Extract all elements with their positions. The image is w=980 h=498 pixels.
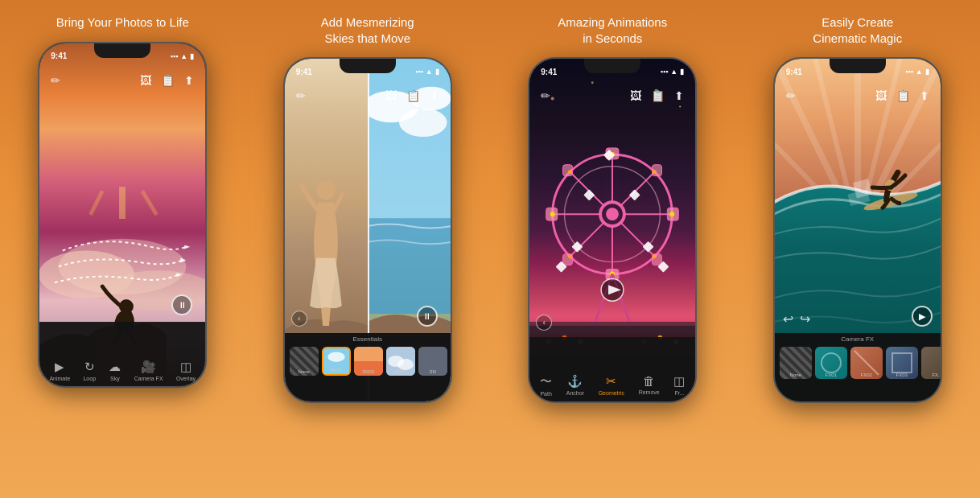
fx-thumb-fx04[interactable]: FX... (921, 347, 941, 379)
toolbar-copy-icon-2[interactable]: 📋 (406, 89, 420, 102)
app-toolbar-4: ✏ 🖼 📋 ⬆ (775, 81, 941, 110)
time-1: 9:41 (51, 51, 67, 60)
nav-arrow-left-2[interactable]: ‹ (291, 311, 307, 327)
fx-thumb-fx02[interactable]: FX02 (850, 347, 883, 379)
panel-animations: Amazing Animationsin Seconds (490, 0, 735, 498)
panel-4-title: Easily CreateCinematic Magic (813, 14, 902, 46)
toolbar-share-icon[interactable]: ⬆ (184, 74, 194, 87)
app-toolbar-2: ✏ 🖼 📋 ⬆ (285, 81, 451, 110)
svg-rect-60 (529, 322, 695, 334)
sky-thumb-sn04[interactable]: SN (418, 347, 447, 376)
tab-loop[interactable]: ↻ Loop (83, 360, 96, 381)
tab-anchor-label: Anchor (566, 390, 584, 396)
anchor-icon: ⚓ (567, 374, 583, 389)
bottom-bar-3: 〜 Path ⚓ Anchor ✂ Geometric 🗑 Remove (529, 337, 695, 401)
wifi-icon-4: ▲ (916, 68, 923, 76)
tab-anchor[interactable]: ⚓ Anchor (566, 374, 584, 397)
tab-geometric[interactable]: ✂ Geometric (599, 374, 624, 397)
toolbar-image-icon-3[interactable]: 🖼 (630, 89, 641, 102)
fx-thumb-fx01[interactable]: FX01 (815, 347, 847, 379)
tab-frame-label: Fr... (674, 390, 684, 396)
toolbar-pen-icon[interactable]: ✏ (51, 74, 60, 87)
svg-rect-16 (368, 218, 451, 314)
toolbar-pen-icon-2[interactable]: ✏ (296, 89, 306, 102)
time-3: 9:41 (541, 68, 557, 76)
tab-overlay[interactable]: ◫ Overlay (176, 360, 196, 381)
tab-sky-label: Sky (110, 376, 120, 381)
sky-sn02-label: SN02 (354, 369, 383, 374)
toolbar-copy-icon-4[interactable]: 📋 (896, 89, 910, 102)
svg-rect-68 (584, 189, 595, 200)
svg-line-86 (854, 187, 870, 191)
tab-remove[interactable]: 🗑 Remove (639, 374, 660, 397)
signal-icon-2: ▪▪▪ (415, 68, 423, 76)
toolbar-pen-icon-4[interactable]: ✏ (786, 89, 796, 102)
toolbar-image-icon-4[interactable]: 🖼 (875, 89, 887, 102)
remove-icon: 🗑 (643, 374, 655, 388)
tab-overlay-label: Overlay (176, 376, 196, 381)
toolbar-share-icon-4[interactable]: ⬆ (920, 89, 929, 102)
fx-thumb-fx03[interactable]: FX03 (886, 347, 918, 379)
tab-path-label: Path (540, 391, 551, 397)
svg-point-52 (670, 212, 675, 216)
fx-thumb-none[interactable]: None (780, 347, 812, 379)
tab-remove-label: Remove (639, 389, 660, 395)
status-icons-2: ▪▪▪ ▲ ▮ (415, 68, 439, 76)
sky-thumb-sn02[interactable]: SN02 (354, 347, 383, 376)
svg-line-87 (849, 195, 868, 200)
status-icons-4: ▪▪▪ ▲ ▮ (905, 68, 929, 76)
fx-label: Camera FX (775, 333, 941, 343)
svg-point-88 (821, 353, 841, 372)
toolbar-share-icon-3[interactable]: ⬆ (674, 89, 684, 102)
app-toolbar-3: ✏ 🖼 📋 ⬆ (529, 81, 695, 110)
bottom-tabs-1: ▶ Animate ↻ Loop ☁ Sky 🎥 Camera FX (39, 355, 205, 381)
tab-animate[interactable]: ▶ Animate (49, 360, 70, 381)
path-icon: 〜 (540, 374, 552, 389)
sky-selector: Essentials None SN01 SN02 S (285, 333, 451, 401)
bottom-tabs-3: 〜 Path ⚓ Anchor ✂ Geometric 🗑 Remove (529, 369, 695, 397)
toolbar-image-icon[interactable]: 🖼 (140, 74, 151, 87)
toolbar-pen-icon-3[interactable]: ✏ (541, 89, 550, 102)
undo-redo-controls: ↩ ↪ (783, 311, 810, 327)
loop-icon: ↻ (84, 360, 95, 374)
phone-3: 9:41 ▪▪▪ ▲ ▮ ✏ 🖼 📋 ⬆ ‹ (528, 57, 697, 403)
sky-essentials-label: Essentials (285, 333, 451, 343)
toolbar-copy-icon[interactable]: 📋 (161, 74, 175, 87)
svg-rect-19 (354, 347, 383, 361)
redo-button[interactable]: ↪ (800, 311, 810, 327)
app-toolbar-1: ✏ 🖼 📋 ⬆ (39, 66, 205, 95)
geometric-icon: ✂ (606, 374, 616, 389)
pause-button-1[interactable]: ⏸ (171, 294, 192, 315)
tab-sky[interactable]: ☁ Sky (109, 360, 121, 381)
time-4: 9:41 (786, 68, 802, 76)
tab-frame[interactable]: ◫ Fr... (673, 374, 685, 397)
toolbar-image-icon-2[interactable]: 🖼 (385, 89, 397, 102)
play-button-4[interactable]: ▶ (912, 306, 933, 327)
fx02-label: FX02 (850, 372, 883, 377)
notch-4 (830, 59, 886, 73)
sky-thumb-none[interactable]: None (290, 347, 319, 376)
sky-thumb-sn01[interactable]: SN01 (322, 347, 351, 376)
undo-button[interactable]: ↩ (783, 311, 793, 327)
svg-point-48 (606, 208, 619, 220)
svg-point-23 (397, 359, 414, 370)
tab-camerafx[interactable]: 🎥 Camera FX (134, 360, 163, 381)
svg-point-2 (59, 238, 187, 294)
tab-loop-label: Loop (83, 376, 96, 381)
signal-icon-4: ▪▪▪ (905, 68, 913, 76)
notch-3 (584, 59, 640, 73)
tab-path[interactable]: 〜 Path (540, 374, 552, 397)
toolbar-share-icon-2[interactable]: ⬆ (430, 89, 439, 102)
wifi-icon-2: ▲ (426, 68, 433, 76)
svg-line-89 (854, 351, 879, 375)
svg-rect-69 (629, 189, 640, 200)
toolbar-copy-icon-3[interactable]: 📋 (651, 89, 665, 102)
bottom-bar-1: ▶ Animate ↻ Loop ☁ Sky 🎥 Camera FX (39, 322, 205, 386)
panel-2-title: Add MesmerizingSkies that Move (321, 14, 414, 46)
fx-thumbs-row: None FX01 FX02 FX03 FX... (775, 343, 941, 383)
phone-4: 9:41 ▪▪▪ ▲ ▮ ✏ 🖼 📋 ⬆ ↩ (773, 57, 942, 403)
svg-point-56 (568, 254, 572, 258)
sky-thumb-sn03[interactable]: SN03 (386, 347, 415, 376)
svg-rect-71 (643, 241, 654, 253)
pause-button-2[interactable]: ⏸ (417, 306, 438, 327)
